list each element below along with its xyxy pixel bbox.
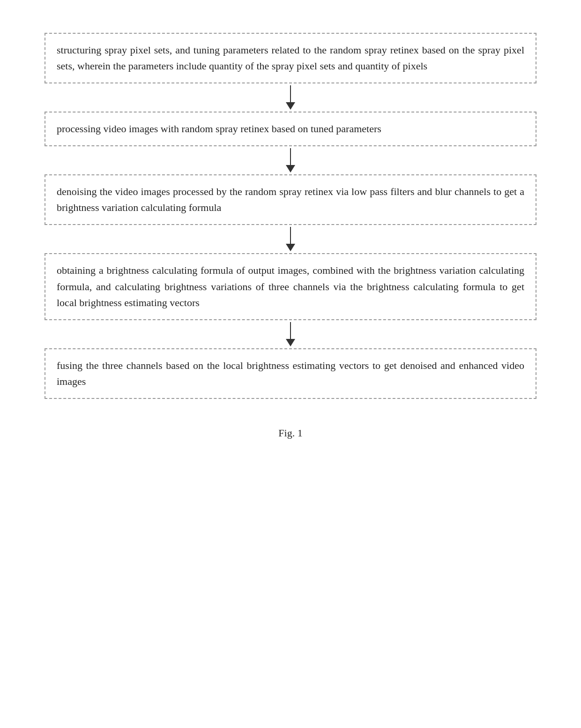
arrow-3 bbox=[286, 227, 295, 251]
arrow-4-head bbox=[286, 339, 295, 346]
flow-box-5-text: fusing the three channels based on the l… bbox=[57, 360, 524, 387]
flowchart: structuring spray pixel sets, and tuning… bbox=[45, 33, 536, 439]
arrow-3-line bbox=[290, 227, 291, 244]
figure-label: Fig. 1 bbox=[278, 427, 302, 439]
flow-box-1-text: structuring spray pixel sets, and tuning… bbox=[57, 44, 524, 72]
arrow-1 bbox=[286, 85, 295, 110]
flow-box-4-text: obtaining a brightness calculating formu… bbox=[57, 264, 524, 308]
flow-box-3-text: denoising the video images processed by … bbox=[57, 186, 524, 213]
arrow-4 bbox=[286, 322, 295, 346]
arrow-1-head bbox=[286, 102, 295, 110]
arrow-2 bbox=[286, 148, 295, 173]
flow-box-4: obtaining a brightness calculating formu… bbox=[45, 253, 536, 320]
flow-box-3: denoising the video images processed by … bbox=[45, 174, 536, 225]
arrow-1-line bbox=[290, 85, 291, 102]
flow-box-1: structuring spray pixel sets, and tuning… bbox=[45, 33, 536, 83]
flow-box-5: fusing the three channels based on the l… bbox=[45, 348, 536, 399]
arrow-2-line bbox=[290, 148, 291, 165]
arrow-3-head bbox=[286, 244, 295, 251]
flow-box-2-text: processing video images with random spra… bbox=[57, 123, 381, 135]
flow-box-2: processing video images with random spra… bbox=[45, 112, 536, 146]
arrow-2-head bbox=[286, 165, 295, 173]
arrow-4-line bbox=[290, 322, 291, 339]
